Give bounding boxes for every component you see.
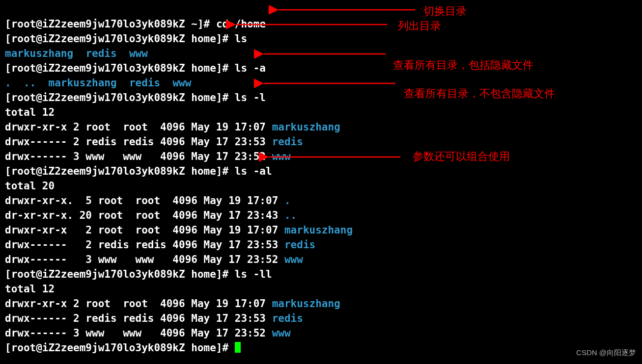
row: drwx------ 2 redis redis 4096 May 17 23:… (5, 239, 284, 251)
dir: .. (24, 77, 36, 89)
prompt: [root@iZ2zeem9jw170lo3yk089kZ home]# (5, 342, 235, 354)
cmd-lsll: ls -ll (235, 268, 272, 280)
dir: www (284, 254, 303, 265)
row: drwxr-xr-x 2 root root 4096 May 19 17:07 (5, 121, 272, 133)
dir: markuszhang (5, 48, 73, 59)
cursor[interactable] (235, 342, 241, 353)
row: dr-xr-xr-x. 20 root root 4096 May 17 23:… (5, 209, 284, 221)
row: drwxr-xr-x 2 root root 4096 May 19 17:07 (5, 224, 284, 236)
dir: markuszhang (284, 224, 353, 236)
dir: . (5, 77, 11, 89)
dir: markuszhang (272, 298, 340, 310)
dir: redis (272, 312, 303, 324)
dir: redis (129, 77, 160, 89)
total: total 12 (5, 283, 55, 295)
dir: www (129, 48, 148, 59)
row: drwxr-xr-x. 5 root root 4096 May 19 17:0… (5, 195, 284, 207)
cmd-lsal: ls -al (235, 165, 272, 177)
dir: redis (85, 48, 116, 59)
row: drwx------ 3 www www 4096 May 17 23:52 (5, 151, 272, 162)
prompt: [root@iZ2zeem9jw170lo3yk089kZ home]# (5, 33, 235, 45)
dir: markuszhang (49, 77, 117, 89)
row: drwx------ 2 redis redis 4096 May 17 23:… (5, 136, 272, 148)
prompt: [root@iZ2zeem9jw170lo3yk089kZ home]# (5, 165, 235, 177)
row: drwx------ 3 www www 4096 May 17 23:52 (5, 254, 284, 265)
prompt: [root@iZ2zeem9jw170lo3yk089kZ home]# (5, 268, 235, 280)
dir: www (272, 327, 291, 339)
dir: markuszhang (272, 121, 340, 133)
dir: www (272, 151, 291, 162)
terminal-output: [root@iZ2zeem9jw170lo3yk089kZ ~]# cd /ho… (0, 0, 642, 360)
total: total 12 (5, 106, 55, 118)
prompt: [root@iZ2zeem9jw170lo3yk089kZ home]# (5, 92, 235, 104)
dir: www (172, 77, 191, 89)
row: drwx------ 2 redis redis 4096 May 17 23:… (5, 312, 272, 324)
row: drwxr-xr-x 2 root root 4096 May 19 17:07 (5, 298, 272, 310)
watermark: CSDN @向阳逐梦 (576, 345, 636, 360)
dir: .. (284, 209, 297, 221)
total: total 20 (5, 180, 55, 192)
cmd-cd: cd /home (216, 18, 266, 30)
prompt: [root@iZ2zeem9jw170lo3yk089kZ ~]# (5, 18, 216, 30)
cmd-lsl: ls -l (235, 92, 266, 104)
row: drwx------ 3 www www 4096 May 17 23:52 (5, 327, 272, 339)
dir: redis (272, 136, 303, 148)
dir: redis (284, 239, 315, 251)
cmd-ls: ls (235, 33, 247, 45)
cmd-lsa: ls -a (235, 62, 266, 74)
prompt: [root@iZ2zeem9jw170lo3yk089kZ home]# (5, 62, 235, 74)
dir: . (284, 195, 291, 207)
